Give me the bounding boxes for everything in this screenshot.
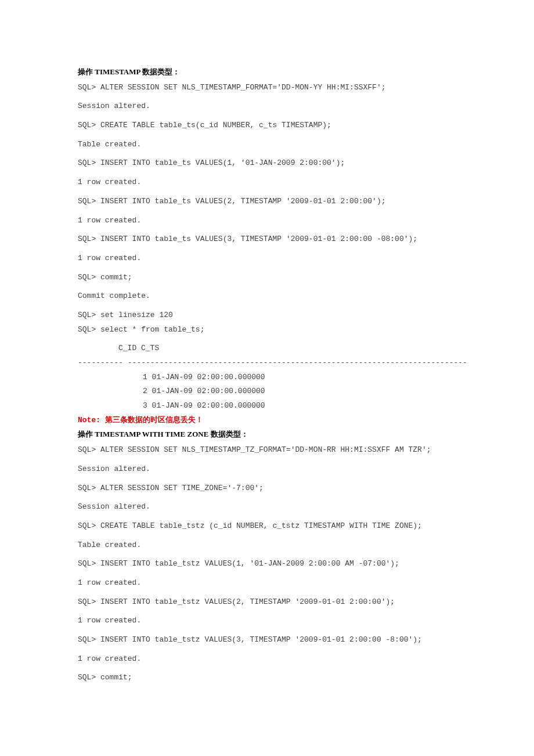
code-line: SQL> INSERT INTO table_ts VALUES(2, TIME… [78, 195, 456, 209]
code-line: SQL> INSERT INTO table_ts VALUES(1, '01-… [78, 156, 456, 171]
code-line: SQL> INSERT INTO table_ts VALUES(3, TIME… [78, 232, 456, 247]
code-line: Table created. [78, 138, 456, 152]
result-row: 1 01-JAN-09 02:00:00.000000 [78, 370, 456, 385]
code-line: 1 row created. [78, 614, 456, 628]
page-content: 操作 TIMESTAMP 数据类型： SQL> ALTER SESSION SE… [0, 0, 534, 725]
result-row: 3 01-JAN-09 02:00:00.000000 [78, 399, 456, 413]
code-line: SQL> CREATE TABLE table_tstz (c_id NUMBE… [78, 519, 456, 534]
code-line: 1 row created. [78, 214, 456, 228]
code-line: Session altered. [78, 99, 456, 114]
section2-heading: 操作 TIMESTAMP WITH TIME ZONE 数据类型： [78, 427, 456, 442]
select-stmt: SQL> select * from table_ts; [78, 323, 456, 337]
column-header: C_ID C_TS [78, 341, 456, 356]
result-row: 2 01-JAN-09 02:00:00.000000 [78, 384, 456, 399]
code-line: SQL> INSERT INTO table_tstz VALUES(3, TI… [78, 633, 456, 647]
code-line: Session altered. [78, 462, 456, 477]
code-line: SQL> commit; [78, 671, 456, 685]
code-line: 1 row created. [78, 652, 456, 667]
code-line: SQL> commit; [78, 271, 456, 285]
code-line: Table created. [78, 538, 456, 553]
code-line: 1 row created. [78, 175, 456, 190]
code-line: 1 row created. [78, 251, 456, 266]
code-line: SQL> ALTER SESSION SET NLS_TIMESTAMP_FOR… [78, 81, 456, 95]
code-line: SQL> ALTER SESSION SET TIME_ZONE='-7:00'… [78, 481, 456, 496]
code-line: Session altered. [78, 500, 456, 514]
section1-heading: 操作 TIMESTAMP 数据类型： [78, 65, 456, 80]
note-text: Note: 第三条数据的时区信息丢失！ [78, 413, 456, 428]
code-line: 1 row created. [78, 576, 456, 591]
code-line: SQL> set linesize 120 [78, 308, 456, 323]
code-line: SQL> INSERT INTO table_tstz VALUES(2, TI… [78, 595, 456, 610]
code-line: Commit complete. [78, 289, 456, 304]
code-line: SQL> ALTER SESSION SET NLS_TIMESTAMP_TZ_… [78, 443, 456, 458]
code-line: SQL> CREATE TABLE table_ts(c_id NUMBER, … [78, 118, 456, 133]
separator-dashes: ---------- -----------------------------… [78, 356, 456, 370]
code-line: SQL> INSERT INTO table_tstz VALUES(1, '0… [78, 557, 456, 571]
